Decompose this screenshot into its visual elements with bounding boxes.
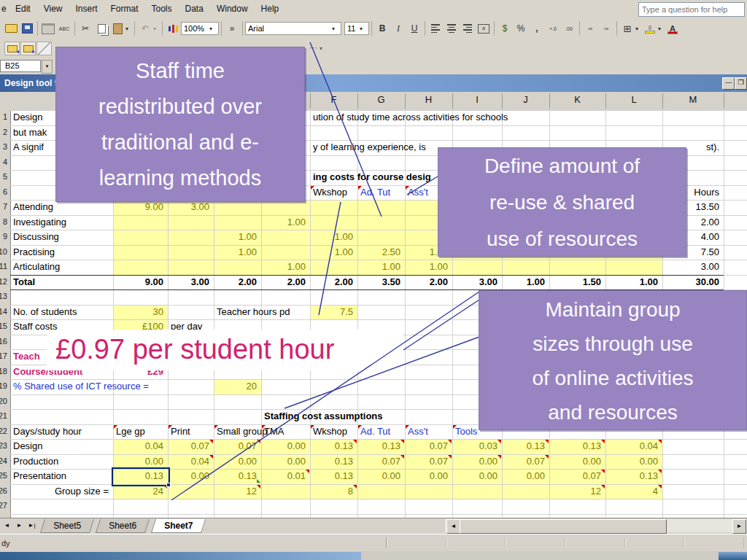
cell-C7[interactable]: 3.00 xyxy=(168,200,214,215)
cell-C24[interactable]: 0.04 xyxy=(168,454,214,470)
folder-arrow-out-icon[interactable]: ◂ xyxy=(4,42,20,55)
toolbar-options-icon[interactable]: » xyxy=(224,21,240,36)
cell-G11[interactable]: 1.00 xyxy=(357,260,405,275)
chart-wizard-icon[interactable] xyxy=(165,21,181,36)
cell-H24[interactable]: 0.07 xyxy=(405,454,452,470)
cell-H22[interactable]: Ass't xyxy=(405,424,452,440)
fill-color-dropdown-icon[interactable]: ▾ xyxy=(658,26,665,32)
row-header-17[interactable]: 17 xyxy=(0,351,7,360)
row-header-13[interactable]: 13 xyxy=(0,292,7,300)
tab-nav-icon-1[interactable]: ► xyxy=(14,521,25,532)
cell-B26[interactable]: 24 xyxy=(113,484,168,499)
paste-icon[interactable] xyxy=(109,21,125,36)
cell-D24[interactable]: 0.00 xyxy=(214,454,261,470)
row-header-25[interactable]: 25 xyxy=(0,471,7,480)
row-header-19[interactable]: 19 xyxy=(0,381,7,390)
font-select[interactable]: Arial▾ xyxy=(245,22,341,35)
column-header-J[interactable]: J xyxy=(502,94,549,105)
cell-A26[interactable]: Group size = xyxy=(10,484,113,499)
undo-dropdown-icon[interactable]: ▾ xyxy=(153,26,160,32)
folder-arrow-in-icon[interactable]: ▸ xyxy=(20,42,36,55)
cell-A9[interactable]: Discussing xyxy=(10,230,113,245)
tab-nav-icon-2[interactable]: ►| xyxy=(26,521,37,532)
column-header-M[interactable]: M xyxy=(662,94,724,105)
cell-K24[interactable]: 0.00 xyxy=(549,454,605,470)
borders-button[interactable]: ⊞ xyxy=(619,21,635,36)
row-header-3[interactable]: 3 xyxy=(0,142,7,151)
cut-icon[interactable]: ✂ xyxy=(77,21,93,36)
row-header-14[interactable]: 14 xyxy=(0,307,7,316)
cell-E22[interactable]: TMA xyxy=(261,424,310,440)
cell-F1[interactable]: ution of study time across activities fo… xyxy=(310,110,616,125)
bold-button[interactable]: B xyxy=(374,21,390,36)
cell-G23[interactable]: 0.13 xyxy=(357,439,405,454)
cell-F10[interactable]: 1.00 xyxy=(310,245,357,260)
cell-J12[interactable]: 1.00 xyxy=(502,275,549,290)
cell-A11[interactable]: Articulating xyxy=(10,260,113,275)
row-header-26[interactable]: 26 xyxy=(0,486,7,495)
name-box-dropdown-icon[interactable]: ▾ xyxy=(42,60,53,74)
cell-K26[interactable]: 12 xyxy=(549,484,605,499)
cell-E23[interactable]: 0.00 xyxy=(261,439,310,454)
decrease-decimal-button[interactable]: .00 xyxy=(561,21,577,36)
column-header-H[interactable]: H xyxy=(405,94,452,105)
menu-item-data[interactable]: Data xyxy=(179,1,210,16)
cell-G10[interactable]: 2.50 xyxy=(357,245,405,260)
underline-button[interactable]: U xyxy=(406,21,422,36)
cell-K25[interactable]: 0.07 xyxy=(549,469,605,484)
row-header-12[interactable]: 12 xyxy=(0,277,7,286)
cell-H23[interactable]: 0.07 xyxy=(405,439,452,454)
cell-L25[interactable]: 0.13 xyxy=(605,469,662,484)
cell-A8[interactable]: Investigating xyxy=(10,215,113,230)
cell-B24[interactable]: 0.00 xyxy=(113,454,168,470)
cell-A23[interactable]: Design xyxy=(10,439,113,454)
cell-B23[interactable]: 0.04 xyxy=(113,439,168,454)
cell-F25[interactable]: 0.13 xyxy=(310,469,357,484)
save-icon[interactable] xyxy=(19,21,35,36)
row-header-2[interactable]: 2 xyxy=(0,128,7,136)
horizontal-scrollbar[interactable]: ◄ ► xyxy=(445,519,747,532)
toolbar2-more-dropdown-icon[interactable]: ⋯ ▾ xyxy=(309,43,322,52)
cell-D9[interactable]: 1.00 xyxy=(214,230,261,245)
cell-E11[interactable]: 1.00 xyxy=(261,260,310,275)
cell-J23[interactable]: 0.13 xyxy=(502,439,549,454)
row-header-18[interactable]: 18 xyxy=(0,367,7,376)
cell-G12[interactable]: 3.50 xyxy=(357,275,405,290)
row-header-21[interactable]: 21 xyxy=(0,411,7,420)
row-header-4[interactable]: 4 xyxy=(0,158,7,166)
menu-item-e[interactable]: e xyxy=(0,1,9,16)
menu-item-view[interactable]: View xyxy=(37,1,69,16)
comma-button[interactable]: , xyxy=(529,21,545,36)
cell-B22[interactable]: Lge gp xyxy=(113,424,168,440)
cell-F22[interactable]: Wkshop xyxy=(310,424,357,440)
restore-window-icon[interactable]: ❒ xyxy=(735,77,747,90)
cell-D12[interactable]: 2.00 xyxy=(214,275,261,290)
row-header-8[interactable]: 8 xyxy=(0,217,7,226)
cell-L24[interactable]: 0.00 xyxy=(605,454,662,470)
undo-icon[interactable]: ↶ xyxy=(137,21,153,36)
copy-icon[interactable] xyxy=(93,21,109,36)
row-header-1[interactable]: 1 xyxy=(0,112,7,121)
menu-item-window[interactable]: Window xyxy=(210,1,255,16)
align-center-button[interactable] xyxy=(444,21,460,36)
cell-A12[interactable]: Total xyxy=(10,275,113,290)
cell-D23[interactable]: 0.07 xyxy=(214,439,261,454)
font-color-button[interactable]: A xyxy=(665,21,681,36)
cell-D14[interactable]: Teacher hours pd xyxy=(214,305,520,320)
cell-J24[interactable]: 0.07 xyxy=(502,454,549,470)
cell-K23[interactable]: 0.13 xyxy=(549,439,605,454)
cell-F6[interactable]: Wkshop xyxy=(310,185,357,201)
column-header-F[interactable]: F xyxy=(310,94,357,105)
cell-A22[interactable]: Days/study hour xyxy=(10,424,113,440)
row-header-6[interactable]: 6 xyxy=(0,187,7,196)
cell-L26[interactable]: 4 xyxy=(605,484,662,499)
print-icon[interactable] xyxy=(40,21,56,36)
menu-item-help[interactable]: Help xyxy=(255,1,286,16)
row-header-11[interactable]: 11 xyxy=(0,262,7,271)
increase-indent-button[interactable]: ›≡ xyxy=(598,21,614,36)
cell-E24[interactable]: 0.00 xyxy=(261,454,310,470)
cell-B12[interactable]: 9.00 xyxy=(113,275,168,290)
cell-I12[interactable]: 3.00 xyxy=(452,275,502,290)
row-header-23[interactable]: 23 xyxy=(0,441,7,450)
cell-C22[interactable]: Print xyxy=(168,424,214,440)
